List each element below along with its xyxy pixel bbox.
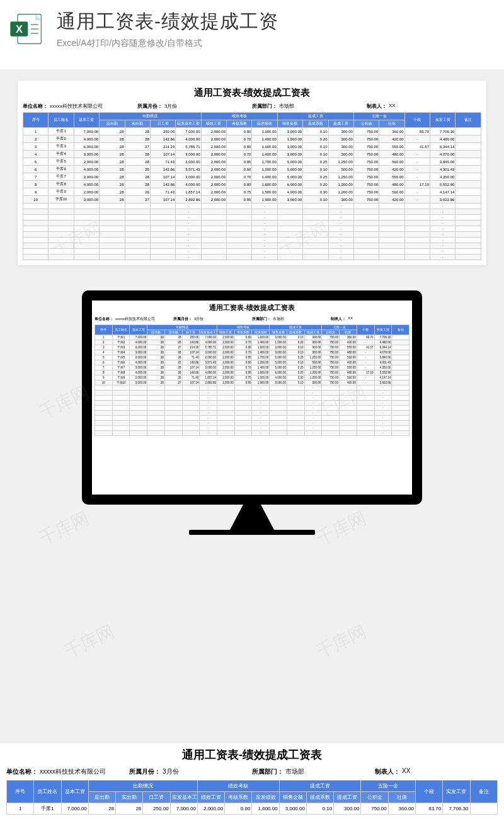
cell: 1,400.00 <box>252 340 270 345</box>
cell <box>100 226 125 232</box>
cell <box>74 220 99 226</box>
cell <box>303 238 328 243</box>
cell <box>303 249 328 255</box>
cell: 2 <box>23 135 49 143</box>
cell: 千库8 <box>112 370 130 375</box>
col-header: 五险一金 <box>322 325 357 330</box>
cell: 25 <box>164 360 182 365</box>
cell <box>455 135 481 143</box>
cell: 300.00 <box>328 143 353 151</box>
cell: 2,000.00 <box>201 151 226 158</box>
cell: 28 <box>100 135 125 143</box>
cell: 0.60 <box>227 166 252 173</box>
cell <box>340 391 357 396</box>
cell: 1,600.00 <box>252 345 270 350</box>
cell: 214.29 <box>182 345 200 350</box>
cell <box>404 255 430 260</box>
cell <box>379 226 404 232</box>
cell <box>23 255 49 260</box>
col-subheader: 应发绩效 <box>252 330 270 335</box>
cell: 2,000.00 <box>217 335 235 340</box>
cell <box>322 411 340 416</box>
cell <box>217 411 235 416</box>
cell <box>182 401 200 406</box>
cell <box>455 209 481 215</box>
cell: 0.80 <box>227 128 252 135</box>
cell <box>322 426 340 431</box>
cell <box>392 381 410 386</box>
cell <box>455 128 481 135</box>
page-title: 通用工资表-绩效提成工资 <box>57 9 278 35</box>
cell: 250.00 <box>182 335 200 340</box>
cell: - <box>357 375 374 381</box>
cell <box>150 255 175 260</box>
cell: 300.00 <box>304 340 322 345</box>
company-value: xxxxx科技技术有限公司 <box>115 316 155 322</box>
maker-label: 制表人： <box>375 767 400 776</box>
cell <box>270 426 287 431</box>
cell: - <box>200 386 217 391</box>
cell: 500.00 <box>304 360 322 365</box>
cell <box>201 220 226 226</box>
cell <box>287 426 304 431</box>
cell: - <box>252 243 277 249</box>
cell: - <box>430 238 455 243</box>
cell: - <box>252 421 270 426</box>
cell: 107.14 <box>182 381 200 386</box>
company-label: 单位名称： <box>94 316 113 322</box>
col-header: 提成工资 <box>279 781 361 792</box>
cell <box>455 151 481 158</box>
cell <box>455 238 481 243</box>
cell: - <box>404 151 430 158</box>
cell <box>23 243 49 249</box>
table-row: ---- <box>23 238 481 243</box>
cell: 5 <box>23 158 49 166</box>
cell: 750.00 <box>322 345 340 350</box>
cell: 28 <box>164 350 182 355</box>
cell <box>303 209 328 215</box>
cell: 71.43 <box>150 188 175 196</box>
cell: 420.00 <box>340 360 357 365</box>
cell: 0.70 <box>234 340 252 345</box>
cell: - <box>176 215 201 220</box>
cell: 71.43 <box>182 355 200 360</box>
cell: 5,552.90 <box>430 181 455 188</box>
cell <box>164 406 182 411</box>
cell <box>125 249 150 255</box>
cell: 4,147.14 <box>374 375 392 381</box>
cell <box>74 215 99 220</box>
cell <box>404 249 430 255</box>
cell <box>287 391 304 396</box>
cell: 0.80 <box>225 803 252 815</box>
cell: 0.70 <box>234 350 252 355</box>
meta-row: 单位名称：xxxxx科技技术有限公司 所属月份：3月份 所属部门：市场部 制表人… <box>23 103 481 110</box>
cell: 107.14 <box>182 365 200 370</box>
cell: 千库3 <box>112 345 130 350</box>
col-subheader: 应发基本工资 <box>170 792 197 803</box>
cell <box>340 431 357 436</box>
cell: 5,000.00 <box>277 166 302 173</box>
cell: - <box>328 209 353 215</box>
cell: 3,000.00 <box>176 173 201 181</box>
table-row: 3千库36,000.002827214.295,785.712,000.000.… <box>23 143 481 151</box>
cell <box>217 386 235 391</box>
table-row: ---- <box>23 209 481 215</box>
cell: 5,000.00 <box>270 355 287 360</box>
cell <box>201 249 226 255</box>
cell <box>353 215 379 220</box>
cell: 千库9 <box>49 188 74 196</box>
cell <box>23 203 49 209</box>
cell: 1,200.00 <box>252 166 277 173</box>
cell: - <box>176 232 201 238</box>
cell: - <box>304 426 322 431</box>
col-subheader: 应发绩效 <box>252 120 277 128</box>
cell: 千库7 <box>49 173 74 181</box>
cell <box>23 215 49 220</box>
cell <box>287 421 304 426</box>
cell: 750.00 <box>353 181 379 188</box>
cell <box>404 209 430 215</box>
cell: 7,000.00 <box>170 803 197 815</box>
cell: 107.14 <box>150 196 175 203</box>
cell <box>164 426 182 431</box>
cell: 250.00 <box>143 803 170 815</box>
